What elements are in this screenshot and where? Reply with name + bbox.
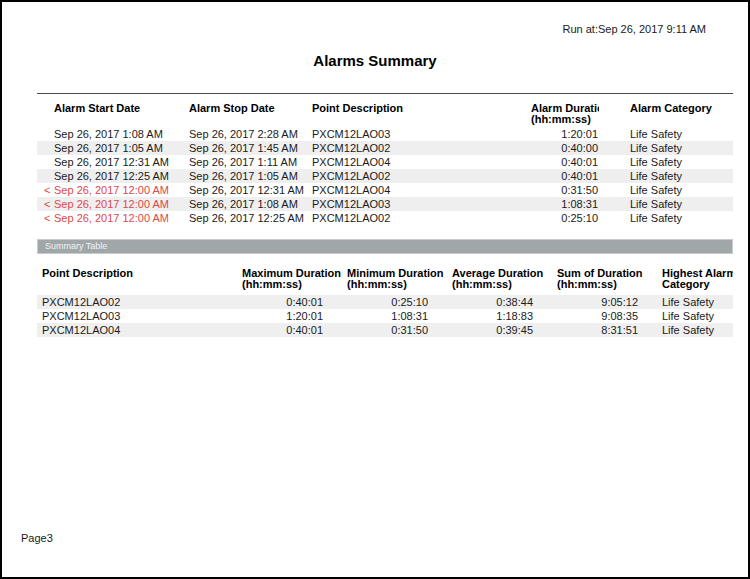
alarms-table: Alarm Start Date Alarm Stop Date Point D… — [37, 94, 733, 225]
sum-of-duration-cell: 9:05:12 — [557, 295, 662, 309]
alarm-start-date-cell: Sep 26, 2017 12:25 AM — [37, 169, 189, 183]
point-description-cell: PXCM12LAO04 — [312, 155, 531, 169]
alarm-row: <Sep 26, 2017 12:00 AMSep 26, 2017 12:25… — [37, 211, 733, 225]
maximum-duration-cell: 1:20:01 — [242, 309, 347, 323]
minimum-duration-cell: 1:08:31 — [347, 309, 452, 323]
alarm-row: <Sep 26, 2017 12:00 AMSep 26, 2017 1:08 … — [37, 197, 733, 211]
point-description-cell: PXCM12LAO02 — [312, 169, 531, 183]
header-line: Point Description — [42, 268, 242, 279]
summary-table-section: Point Description Maximum Duration (hh:m… — [37, 264, 733, 337]
alarm-row: Sep 26, 2017 12:31 AMSep 26, 2017 1:11 A… — [37, 155, 733, 169]
col-header-point-description: Point Description — [37, 264, 242, 295]
header-line: Point Description — [312, 103, 531, 114]
alarms-table-body: Sep 26, 2017 1:08 AMSep 26, 2017 2:28 AM… — [37, 127, 733, 225]
col-header-sum-of-duration: Sum of Duration (hh:mm:ss) — [557, 264, 662, 295]
header-line: (hh:mm:ss) — [557, 279, 662, 290]
summary-table-body: PXCM12LAO020:40:010:25:100:38:449:05:12L… — [37, 295, 733, 337]
summary-row: PXCM12LAO031:20:011:08:311:18:839:08:35L… — [37, 309, 733, 323]
col-header-average-duration: Average Duration (hh:mm:ss) — [452, 264, 557, 295]
header-line: (hh:mm:ss) — [347, 279, 452, 290]
highest-alarm-category-cell: Life Safety — [662, 323, 733, 337]
summary-bar-label: Summary Table — [45, 241, 107, 251]
alarm-stop-date-cell: Sep 26, 2017 12:31 AM — [189, 183, 312, 197]
alarms-table-header-row: Alarm Start Date Alarm Stop Date Point D… — [37, 94, 733, 127]
col-header-alarm-duration: Alarm Duration (hh:mm:ss) — [531, 94, 599, 127]
sum-of-duration-cell: 9:08:35 — [557, 309, 662, 323]
highest-alarm-category-cell: Life Safety — [662, 309, 733, 323]
alarm-category-cell: Life Safety — [599, 155, 733, 169]
point-description-cell: PXCM12LAO03 — [37, 309, 242, 323]
point-description-cell: PXCM12LAO02 — [312, 141, 531, 155]
point-description-cell: PXCM12LAO03 — [312, 127, 531, 141]
average-duration-cell: 1:18:83 — [452, 309, 557, 323]
header-line: Alarm Category — [630, 103, 733, 114]
alarm-duration-cell: 0:40:01 — [531, 155, 599, 169]
alarm-start-date-cell: <Sep 26, 2017 12:00 AM — [37, 211, 189, 225]
summary-row: PXCM12LAO020:40:010:25:100:38:449:05:12L… — [37, 295, 733, 309]
minimum-duration-cell: 0:31:50 — [347, 323, 452, 337]
alarm-category-cell: Life Safety — [599, 127, 733, 141]
average-duration-cell: 0:38:44 — [452, 295, 557, 309]
alarm-duration-cell: 1:20:01 — [531, 127, 599, 141]
alarm-duration-cell: 0:31:50 — [531, 183, 599, 197]
alarm-row: Sep 26, 2017 1:05 AMSep 26, 2017 1:45 AM… — [37, 141, 733, 155]
alarm-stop-date-cell: Sep 26, 2017 1:08 AM — [189, 197, 312, 211]
alarm-stop-date-cell: Sep 26, 2017 1:45 AM — [189, 141, 312, 155]
out-of-range-marker: < — [44, 211, 50, 225]
page-title: Alarms Summary — [2, 52, 748, 69]
maximum-duration-cell: 0:40:01 — [242, 323, 347, 337]
alarm-duration-cell: 0:40:01 — [531, 169, 599, 183]
alarm-stop-date-cell: Sep 26, 2017 1:05 AM — [189, 169, 312, 183]
summary-table-header-row: Point Description Maximum Duration (hh:m… — [37, 264, 733, 295]
alarm-start-date-cell: Sep 26, 2017 1:08 AM — [37, 127, 189, 141]
header-line: (hh:mm:ss) — [242, 279, 347, 290]
alarm-stop-date-cell: Sep 26, 2017 1:11 AM — [189, 155, 312, 169]
alarm-row: Sep 26, 2017 12:25 AMSep 26, 2017 1:05 A… — [37, 169, 733, 183]
out-of-range-marker: < — [44, 197, 50, 211]
alarm-row: <Sep 26, 2017 12:00 AMSep 26, 2017 12:31… — [37, 183, 733, 197]
point-description-cell: PXCM12LAO04 — [312, 183, 531, 197]
col-header-point-description: Point Description — [312, 94, 531, 127]
alarm-stop-date-cell: Sep 26, 2017 2:28 AM — [189, 127, 312, 141]
col-header-alarm-stop-date: Alarm Stop Date — [189, 94, 312, 127]
alarm-category-cell: Life Safety — [599, 169, 733, 183]
average-duration-cell: 0:39:45 — [452, 323, 557, 337]
alarm-row: Sep 26, 2017 1:08 AMSep 26, 2017 2:28 AM… — [37, 127, 733, 141]
header-line: Alarm Start Date — [54, 103, 189, 114]
alarms-table-section: Alarm Start Date Alarm Stop Date Point D… — [37, 93, 733, 225]
page-number: Page3 — [21, 532, 53, 544]
summary-row: PXCM12LAO040:40:010:31:500:39:458:31:51L… — [37, 323, 733, 337]
maximum-duration-cell: 0:40:01 — [242, 295, 347, 309]
header-line: Alarm Stop Date — [189, 103, 312, 114]
header-line: Category — [662, 279, 733, 290]
col-header-highest-alarm-category: Highest Alarm Category — [662, 264, 733, 295]
sum-of-duration-cell: 8:31:51 — [557, 323, 662, 337]
alarm-start-date-cell: <Sep 26, 2017 12:00 AM — [37, 197, 189, 211]
header-line: (hh:mm:ss) — [452, 279, 557, 290]
minimum-duration-cell: 0:25:10 — [347, 295, 452, 309]
alarm-category-cell: Life Safety — [599, 211, 733, 225]
out-of-range-marker: < — [44, 183, 50, 197]
alarm-duration-cell: 0:40:00 — [531, 141, 599, 155]
point-description-cell: PXCM12LAO02 — [312, 211, 531, 225]
alarm-duration-cell: 0:25:10 — [531, 211, 599, 225]
alarm-start-date-cell: Sep 26, 2017 12:31 AM — [37, 155, 189, 169]
col-header-maximum-duration: Maximum Duration (hh:mm:ss) — [242, 264, 347, 295]
summary-table: Point Description Maximum Duration (hh:m… — [37, 264, 733, 337]
highest-alarm-category-cell: Life Safety — [662, 295, 733, 309]
alarm-category-cell: Life Safety — [599, 197, 733, 211]
col-header-minimum-duration: Minimum Duration (hh:mm:ss) — [347, 264, 452, 295]
alarm-duration-cell: 1:08:31 — [531, 197, 599, 211]
alarm-category-cell: Life Safety — [599, 183, 733, 197]
summary-table-section-bar: Summary Table — [37, 239, 733, 254]
point-description-cell: PXCM12LAO03 — [312, 197, 531, 211]
point-description-cell: PXCM12LAO04 — [37, 323, 242, 337]
alarm-category-cell: Life Safety — [599, 141, 733, 155]
header-line: (hh:mm:ss) — [531, 114, 599, 125]
alarm-stop-date-cell: Sep 26, 2017 12:25 AM — [189, 211, 312, 225]
alarm-start-date-cell: Sep 26, 2017 1:05 AM — [37, 141, 189, 155]
run-at-timestamp: Run at:Sep 26, 2017 9:11 AM — [562, 23, 706, 35]
point-description-cell: PXCM12LAO02 — [37, 295, 242, 309]
col-header-alarm-start-date: Alarm Start Date — [37, 94, 189, 127]
alarms-summary-report-page: Run at:Sep 26, 2017 9:11 AM Alarms Summa… — [0, 0, 750, 579]
